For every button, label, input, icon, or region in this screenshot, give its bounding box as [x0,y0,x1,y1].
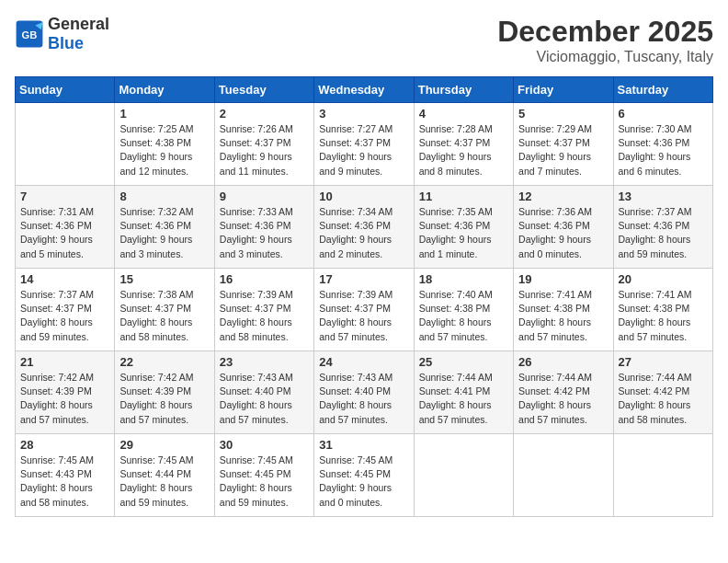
calendar-cell: 16Sunrise: 7:39 AMSunset: 4:37 PMDayligh… [214,269,313,351]
day-number: 2 [220,107,309,121]
calendar-cell: 2Sunrise: 7:26 AMSunset: 4:37 PMDaylight… [214,103,313,186]
day-number: 28 [20,438,109,452]
calendar-cell: 21Sunrise: 7:42 AMSunset: 4:39 PMDayligh… [16,351,115,434]
day-number: 4 [419,107,508,121]
calendar-cell: 18Sunrise: 7:40 AMSunset: 4:38 PMDayligh… [414,269,513,351]
calendar-cell: 1Sunrise: 7:25 AMSunset: 4:38 PMDaylight… [115,103,214,186]
calendar-cell [514,434,613,517]
day-number: 17 [319,272,408,286]
logo-text-blue: Blue [48,34,84,52]
day-info: Sunrise: 7:40 AMSunset: 4:38 PMDaylight:… [419,288,508,344]
day-info: Sunrise: 7:31 AMSunset: 4:36 PMDaylight:… [20,205,109,261]
day-info: Sunrise: 7:26 AMSunset: 4:37 PMDaylight:… [220,122,309,178]
calendar-cell: 30Sunrise: 7:45 AMSunset: 4:45 PMDayligh… [214,434,313,517]
calendar-cell: 24Sunrise: 7:43 AMSunset: 4:40 PMDayligh… [314,351,414,434]
svg-text:GB: GB [22,29,38,40]
day-info: Sunrise: 7:29 AMSunset: 4:37 PMDaylight:… [518,122,608,178]
calendar-cell: 7Sunrise: 7:31 AMSunset: 4:36 PMDaylight… [16,186,115,269]
page-header: GB General Blue December 2025 Viciomaggi… [15,15,713,65]
day-info: Sunrise: 7:38 AMSunset: 4:37 PMDaylight:… [119,288,209,344]
calendar-cell: 25Sunrise: 7:44 AMSunset: 4:41 PMDayligh… [414,351,513,434]
column-header-monday: Monday [115,77,214,103]
day-info: Sunrise: 7:44 AMSunset: 4:42 PMDaylight:… [518,371,608,427]
day-number: 31 [319,438,408,452]
calendar-week-row: 21Sunrise: 7:42 AMSunset: 4:39 PMDayligh… [16,351,713,434]
day-number: 19 [518,272,608,286]
day-number: 8 [119,190,209,203]
column-header-thursday: Thursday [414,77,513,103]
day-number: 23 [220,355,309,369]
calendar-week-row: 14Sunrise: 7:37 AMSunset: 4:37 PMDayligh… [16,269,713,351]
day-info: Sunrise: 7:36 AMSunset: 4:36 PMDaylight:… [518,205,608,261]
day-number: 9 [220,190,309,203]
day-info: Sunrise: 7:41 AMSunset: 4:38 PMDaylight:… [518,288,608,344]
day-info: Sunrise: 7:44 AMSunset: 4:41 PMDaylight:… [419,371,508,427]
day-info: Sunrise: 7:42 AMSunset: 4:39 PMDaylight:… [20,371,109,427]
calendar-cell: 22Sunrise: 7:42 AMSunset: 4:39 PMDayligh… [115,351,214,434]
day-info: Sunrise: 7:25 AMSunset: 4:38 PMDaylight:… [119,122,209,178]
calendar-cell: 20Sunrise: 7:41 AMSunset: 4:38 PMDayligh… [613,269,712,351]
day-info: Sunrise: 7:45 AMSunset: 4:45 PMDaylight:… [220,454,309,510]
day-number: 18 [419,272,508,286]
column-header-wednesday: Wednesday [314,77,414,103]
day-number: 3 [319,107,408,121]
day-number: 22 [119,355,209,369]
calendar-cell: 9Sunrise: 7:33 AMSunset: 4:36 PMDaylight… [214,186,313,269]
calendar-cell: 5Sunrise: 7:29 AMSunset: 4:37 PMDaylight… [514,103,613,186]
calendar-cell: 14Sunrise: 7:37 AMSunset: 4:37 PMDayligh… [16,269,115,351]
logo: GB General Blue [15,15,109,53]
calendar-week-row: 28Sunrise: 7:45 AMSunset: 4:43 PMDayligh… [16,434,713,517]
month-title: December 2025 [497,15,713,49]
day-number: 14 [20,272,109,286]
day-info: Sunrise: 7:30 AMSunset: 4:36 PMDaylight:… [619,122,708,178]
day-info: Sunrise: 7:37 AMSunset: 4:37 PMDaylight:… [20,288,109,344]
day-info: Sunrise: 7:27 AMSunset: 4:37 PMDaylight:… [319,122,408,178]
day-number: 27 [619,355,708,369]
day-info: Sunrise: 7:41 AMSunset: 4:38 PMDaylight:… [619,288,708,344]
day-info: Sunrise: 7:45 AMSunset: 4:43 PMDaylight:… [20,454,109,510]
day-number: 11 [419,190,508,203]
calendar-cell: 15Sunrise: 7:38 AMSunset: 4:37 PMDayligh… [115,269,214,351]
calendar-cell: 31Sunrise: 7:45 AMSunset: 4:45 PMDayligh… [314,434,414,517]
day-info: Sunrise: 7:39 AMSunset: 4:37 PMDaylight:… [220,288,309,344]
day-number: 24 [319,355,408,369]
day-info: Sunrise: 7:37 AMSunset: 4:36 PMDaylight:… [619,205,708,261]
day-info: Sunrise: 7:43 AMSunset: 4:40 PMDaylight:… [319,371,408,427]
day-number: 26 [518,355,608,369]
day-number: 6 [619,107,708,121]
day-info: Sunrise: 7:43 AMSunset: 4:40 PMDaylight:… [220,371,309,427]
calendar-cell: 8Sunrise: 7:32 AMSunset: 4:36 PMDaylight… [115,186,214,269]
calendar-cell: 23Sunrise: 7:43 AMSunset: 4:40 PMDayligh… [214,351,313,434]
day-number: 29 [119,438,209,452]
calendar-week-row: 1Sunrise: 7:25 AMSunset: 4:38 PMDaylight… [16,103,713,186]
day-info: Sunrise: 7:45 AMSunset: 4:45 PMDaylight:… [319,454,408,510]
day-info: Sunrise: 7:28 AMSunset: 4:37 PMDaylight:… [419,122,508,178]
calendar-cell: 10Sunrise: 7:34 AMSunset: 4:36 PMDayligh… [314,186,414,269]
column-header-tuesday: Tuesday [214,77,313,103]
logo-icon: GB [15,19,44,49]
day-number: 12 [518,190,608,203]
calendar-cell: 13Sunrise: 7:37 AMSunset: 4:36 PMDayligh… [613,186,712,269]
title-block: December 2025 Viciomaggio, Tuscany, Ital… [497,15,713,65]
day-number: 7 [20,190,109,203]
day-number: 10 [319,190,408,203]
calendar-cell [16,103,115,186]
day-info: Sunrise: 7:44 AMSunset: 4:42 PMDaylight:… [619,371,708,427]
logo-text-general: General [48,15,109,33]
calendar-cell: 6Sunrise: 7:30 AMSunset: 4:36 PMDaylight… [613,103,712,186]
calendar-cell: 28Sunrise: 7:45 AMSunset: 4:43 PMDayligh… [16,434,115,517]
calendar-cell [414,434,513,517]
day-number: 25 [419,355,508,369]
calendar-header: SundayMondayTuesdayWednesdayThursdayFrid… [16,77,713,103]
day-info: Sunrise: 7:34 AMSunset: 4:36 PMDaylight:… [319,205,408,261]
calendar-cell: 29Sunrise: 7:45 AMSunset: 4:44 PMDayligh… [115,434,214,517]
calendar-table: SundayMondayTuesdayWednesdayThursdayFrid… [15,76,713,517]
calendar-cell: 27Sunrise: 7:44 AMSunset: 4:42 PMDayligh… [613,351,712,434]
column-header-sunday: Sunday [16,77,115,103]
day-number: 30 [220,438,309,452]
day-info: Sunrise: 7:32 AMSunset: 4:36 PMDaylight:… [119,205,209,261]
calendar-week-row: 7Sunrise: 7:31 AMSunset: 4:36 PMDaylight… [16,186,713,269]
calendar-cell: 19Sunrise: 7:41 AMSunset: 4:38 PMDayligh… [514,269,613,351]
day-number: 5 [518,107,608,121]
calendar-cell: 3Sunrise: 7:27 AMSunset: 4:37 PMDaylight… [314,103,414,186]
